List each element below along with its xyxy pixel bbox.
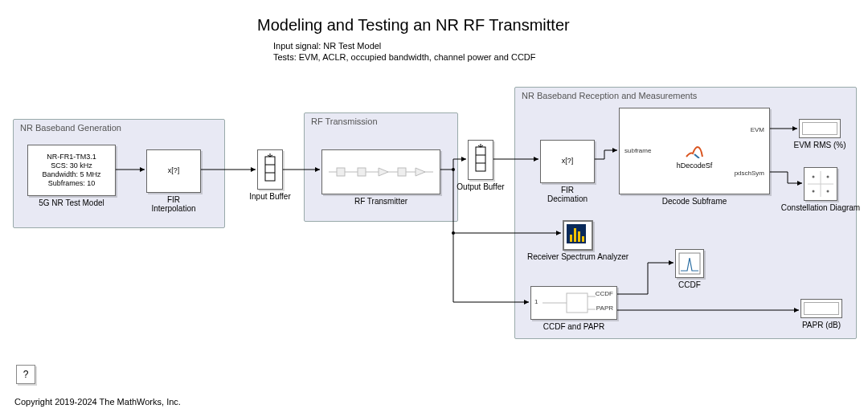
svg-rect-19 bbox=[570, 235, 572, 242]
block-constellation-diagram-label: Constellation Diagram bbox=[764, 203, 868, 212]
block-decode-subframe[interactable]: subframe EVM pdschSym hDecodeSf Decode S… bbox=[619, 108, 770, 194]
page-title: Modeling and Testing an NR RF Transmitte… bbox=[257, 16, 570, 35]
block-receiver-spectrum-analyzer[interactable]: Receiver Spectrum Analyzer bbox=[563, 220, 593, 251]
port-pdschsym: pdschSym bbox=[735, 170, 764, 177]
block-rf-transmitter[interactable]: RF Transmitter bbox=[321, 149, 440, 194]
block-5g-nr-test-model-text: NR-FR1-TM3.1 SCS: 30 kHz Bandwidth: 5 MH… bbox=[28, 145, 115, 195]
rf-chain-icon bbox=[322, 150, 440, 194]
ccdf-papr-inner-icon bbox=[531, 287, 616, 319]
svg-rect-22 bbox=[582, 236, 584, 242]
block-fir-interpolation-text: x[?] bbox=[147, 150, 200, 192]
help-icon: ? bbox=[23, 369, 29, 380]
svg-point-30 bbox=[452, 231, 455, 235]
block-ccdf-and-papr-label: CCDF and PAPR bbox=[518, 322, 630, 331]
svg-rect-5 bbox=[358, 168, 366, 176]
svg-rect-7 bbox=[398, 168, 406, 176]
svg-rect-4 bbox=[337, 168, 345, 176]
group-rf-transmission-label: RF Transmission bbox=[311, 117, 378, 126]
matlab-fn-icon bbox=[620, 145, 769, 160]
svg-point-17 bbox=[827, 190, 829, 193]
block-ccdf-display-label: CCDF bbox=[633, 280, 746, 289]
block-rf-transmitter-label: RF Transmitter bbox=[325, 197, 437, 206]
block-ccdf-display[interactable]: CCDF bbox=[675, 249, 704, 278]
block-evm-display-label: EVM RMS (%) bbox=[764, 141, 868, 149]
block-ccdf-and-papr[interactable]: 1 CCDF PAPR CCDF and PAPR bbox=[530, 286, 617, 320]
block-fir-decimation-text: x[?] bbox=[541, 141, 594, 182]
port-evm: EVM bbox=[751, 126, 764, 133]
buffer-icon bbox=[258, 150, 282, 189]
spectrum-icon bbox=[564, 222, 588, 246]
block-decode-subframe-fn: hDecodeSf bbox=[620, 161, 769, 170]
block-5g-nr-test-model[interactable]: NR-FR1-TM3.1 SCS: 30 kHz Bandwidth: 5 MH… bbox=[27, 145, 116, 196]
scope-icon bbox=[676, 250, 703, 277]
group-baseband-generation-label: NR Baseband Generation bbox=[20, 123, 121, 133]
block-input-buffer-label: Input Buffer bbox=[214, 192, 326, 201]
block-input-buffer[interactable]: Input Buffer bbox=[257, 149, 283, 190]
svg-rect-0 bbox=[265, 157, 275, 181]
block-fir-interpolation[interactable]: x[?] FIR Interpolation bbox=[146, 149, 201, 193]
svg-rect-20 bbox=[574, 228, 576, 242]
constellation-icon bbox=[805, 168, 837, 200]
block-output-buffer[interactable]: Output Buffer bbox=[468, 140, 493, 180]
page-subtitle: Input signal: NR Test Model Tests: EVM, … bbox=[273, 40, 536, 63]
block-fir-decimation[interactable]: x[?] FIR Decimation bbox=[540, 140, 595, 183]
svg-marker-6 bbox=[379, 168, 388, 176]
svg-marker-8 bbox=[416, 168, 425, 176]
block-receiver-spectrum-analyzer-label: Receiver Spectrum Analyzer bbox=[522, 252, 634, 261]
svg-point-15 bbox=[827, 176, 829, 178]
help-button[interactable]: ? bbox=[16, 365, 35, 384]
block-constellation-diagram[interactable]: Constellation Diagram bbox=[804, 167, 837, 201]
svg-rect-25 bbox=[567, 293, 588, 313]
buffer-icon bbox=[469, 141, 493, 179]
svg-rect-21 bbox=[578, 231, 580, 242]
block-papr-display[interactable]: PAPR (dB) bbox=[800, 299, 842, 318]
svg-rect-9 bbox=[476, 147, 485, 171]
group-reception-label: NR Baseband Reception and Measurements bbox=[522, 91, 697, 100]
copyright-text: Copyright 2019-2024 The MathWorks, Inc. bbox=[14, 397, 181, 407]
block-evm-display[interactable]: EVM RMS (%) bbox=[799, 119, 841, 138]
svg-point-14 bbox=[813, 176, 815, 178]
block-fir-interpolation-label: FIR Interpolation bbox=[117, 195, 230, 213]
block-fir-decimation-label: FIR Decimation bbox=[511, 186, 624, 203]
block-5g-nr-test-model-label: 5G NR Test Model bbox=[15, 198, 128, 207]
svg-point-16 bbox=[813, 190, 815, 193]
block-decode-subframe-label: Decode Subframe bbox=[638, 197, 751, 206]
block-papr-display-label: PAPR (dB) bbox=[765, 321, 868, 329]
